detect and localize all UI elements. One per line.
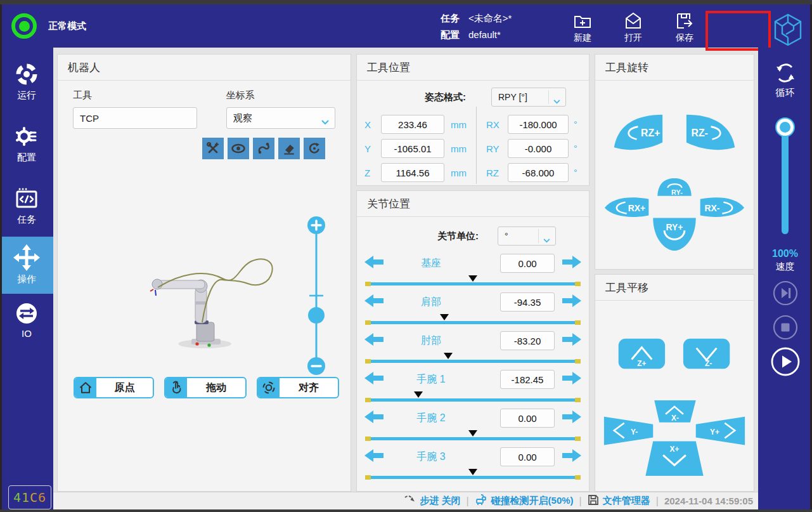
sidebar-item-operate[interactable]: 操作 xyxy=(0,244,53,286)
joint-slider-marker[interactable] xyxy=(468,275,477,282)
tool-position-title: 工具位置 xyxy=(357,55,589,81)
jog-minus-arrow[interactable] xyxy=(364,254,383,272)
x-value-input[interactable] xyxy=(381,115,444,134)
jog-plus-arrow[interactable] xyxy=(562,409,581,427)
floppy-disk-icon xyxy=(588,494,599,508)
joint-unit-select[interactable]: ° xyxy=(498,226,556,246)
robot-fields: 工具 坐标系 观察 xyxy=(58,81,351,129)
joint-name: 手腕 1 xyxy=(383,373,479,386)
sidebar-item-task[interactable]: 任务 xyxy=(0,186,53,226)
calibrate-tools-button[interactable] xyxy=(202,138,224,159)
y-plus-button[interactable]: Y+ xyxy=(696,417,745,445)
joint-slider[interactable] xyxy=(365,468,581,483)
joint-value-input[interactable] xyxy=(500,292,555,312)
joint-slider[interactable] xyxy=(365,351,581,367)
x-plus-button[interactable]: X+ xyxy=(645,441,703,476)
tool-input[interactable] xyxy=(73,107,197,129)
rz-plus-button[interactable]: RZ+ xyxy=(614,115,662,150)
joint-slider-marker[interactable] xyxy=(468,430,477,437)
frame-select[interactable]: 观察 xyxy=(226,107,335,129)
coord-row-y: Y mm RY ° xyxy=(364,139,589,158)
new-button-label: 新建 xyxy=(563,32,602,44)
jog-plus-arrow[interactable] xyxy=(562,332,581,350)
joint-value-input[interactable] xyxy=(500,447,555,466)
file-manager-button[interactable]: 文件管理器 xyxy=(588,494,650,508)
z-plus-button[interactable]: Z+ xyxy=(619,339,665,369)
robot-3d-viewport[interactable] xyxy=(64,178,345,375)
joint-slider-marker[interactable] xyxy=(440,314,449,320)
jog-minus-arrow[interactable] xyxy=(364,293,383,311)
jog-plus-arrow[interactable] xyxy=(562,293,581,311)
unit-label: ° xyxy=(569,167,577,178)
loop-toggle[interactable]: 循环 xyxy=(758,62,812,99)
jog-plus-arrow[interactable] xyxy=(562,254,581,272)
joint-slider-marker[interactable] xyxy=(444,353,453,359)
joint-slider[interactable] xyxy=(365,390,581,405)
new-task-button[interactable]: 新建 xyxy=(563,11,602,44)
step-forward-button[interactable] xyxy=(772,280,799,309)
jog-plus-arrow[interactable] xyxy=(562,371,581,388)
rx-value-input[interactable] xyxy=(508,115,569,134)
sidebar-item-io[interactable]: IO xyxy=(0,301,53,339)
sidebar-item-run[interactable]: 运行 xyxy=(0,62,53,102)
stop-button[interactable] xyxy=(772,314,799,343)
reset-view-button[interactable] xyxy=(304,138,325,159)
axis-label: RY xyxy=(477,143,508,154)
sidebar-item-label: IO xyxy=(0,328,53,339)
save-task-button[interactable]: 保存 xyxy=(665,11,704,44)
joint-slider[interactable] xyxy=(365,274,581,289)
align-button[interactable]: 对齐 xyxy=(257,377,339,398)
align-target-icon xyxy=(258,378,280,397)
joint-slider-marker[interactable] xyxy=(414,391,423,398)
pose-format-value: RPY [°] xyxy=(498,92,527,102)
jog-minus-arrow[interactable] xyxy=(364,371,383,388)
frame-label: 坐标系 xyxy=(226,89,335,102)
joint-slider-marker[interactable] xyxy=(468,469,477,475)
joint-value-input[interactable] xyxy=(500,331,555,350)
joint-value-input[interactable] xyxy=(500,409,555,428)
jog-plus-arrow[interactable] xyxy=(562,448,581,466)
visibility-eye-button[interactable] xyxy=(228,138,249,159)
rx-plus-button[interactable]: RX+ xyxy=(605,197,648,217)
joint-name: 手腕 2 xyxy=(383,412,479,425)
z-value-input[interactable] xyxy=(381,163,444,182)
speed-slider-handle[interactable] xyxy=(777,119,794,136)
drag-button[interactable]: 拖动 xyxy=(164,377,247,398)
jog-minus-arrow[interactable] xyxy=(364,332,383,350)
rz-value-input[interactable] xyxy=(508,163,569,182)
jog-minus-arrow[interactable] xyxy=(364,448,383,466)
jog-minus-arrow[interactable] xyxy=(364,409,383,427)
ry-minus-button[interactable]: RY- xyxy=(657,178,692,196)
joint-slider[interactable] xyxy=(365,313,581,328)
home-button[interactable]: 原点 xyxy=(74,377,154,398)
joint-value-input[interactable] xyxy=(500,370,555,389)
unit-label: ° xyxy=(569,143,577,154)
ry-plus-button[interactable]: RY+ xyxy=(653,218,695,251)
open-task-button[interactable]: 打开 xyxy=(614,11,653,44)
right-sidebar: 循环 100% 速度 xyxy=(758,48,812,512)
open-button-label: 打开 xyxy=(614,32,653,44)
speed-slider-track[interactable] xyxy=(782,125,789,234)
pose-format-select[interactable]: RPY [°] xyxy=(491,88,566,107)
rx-minus-button[interactable]: RX- xyxy=(700,197,744,217)
play-button[interactable] xyxy=(770,346,801,379)
move-arrows-icon xyxy=(0,244,53,271)
robot-panel: 机器人 工具 坐标系 观察 xyxy=(57,54,351,492)
sidebar-item-config[interactable]: 配置 xyxy=(0,124,53,164)
axis-label: RZ xyxy=(477,167,508,178)
joint-unit-label: 关节单位: xyxy=(437,230,479,242)
io-exchange-icon xyxy=(0,301,53,325)
trajectory-path-button[interactable] xyxy=(253,138,274,159)
ry-value-input[interactable] xyxy=(508,139,569,158)
x-minus-button[interactable]: X- xyxy=(654,400,695,423)
rz-minus-button[interactable]: RZ- xyxy=(686,115,735,150)
joint-value-input[interactable] xyxy=(500,254,555,273)
y-value-input[interactable] xyxy=(381,139,444,158)
chevron-down-icon xyxy=(543,235,550,245)
step-mode-status[interactable]: 步进 关闭 xyxy=(403,494,460,508)
collision-detection-status[interactable]: 碰撞检测开启(50%) xyxy=(475,494,574,508)
z-minus-button[interactable]: Z- xyxy=(683,339,730,369)
joint-slider[interactable] xyxy=(365,429,581,444)
y-minus-button[interactable]: Y- xyxy=(604,417,653,445)
erase-path-button[interactable] xyxy=(278,138,300,159)
